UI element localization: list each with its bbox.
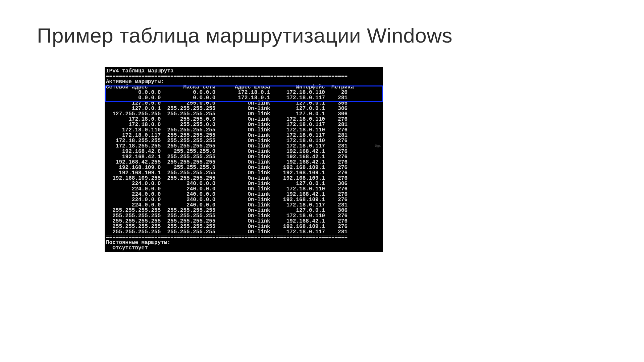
separator-line: ========================================… [106,235,381,240]
slide: Пример таблица маршрутизации Windows IPv… [0,0,644,362]
table-row: 172.18.0.117 255.255.255.255 On-link 172… [106,133,381,138]
table-row: 0.0.0.0 0.0.0.0 172.18.0.1 172.18.0.117 … [106,95,381,101]
table-row: 255.255.255.255 255.255.255.255 On-link … [106,229,381,235]
terminal-heading: IPv4 таблица маршрута [106,68,381,74]
table-row: 172.18.255.255 255.255.255.255 On-link 1… [106,143,381,149]
table-row: 172.18.255.255 255.255.255.255 On-link 1… [106,138,381,143]
persistent-routes-label: Постоянные маршруты: [106,240,381,245]
table-row: 192.168.109.1 255.255.255.255 On-link 19… [106,170,381,176]
table-row: 224.0.0.0 240.0.0.0 On-link 192.168.109.… [106,197,381,202]
table-row: 255.255.255.255 255.255.255.255 On-link … [106,224,381,229]
table-row: 192.168.42.255 255.255.255.255 On-link 1… [106,160,381,165]
table-row: 127.0.0.1 255.255.255.255 On-link 127.0.… [106,106,381,111]
table-row: 192.168.109.0 255.255.255.0 On-link 192.… [106,165,381,170]
table-row: 255.255.255.255 255.255.255.255 On-link … [106,213,381,219]
table-row: 127.255.255.255 255.255.255.255 On-link … [106,111,381,117]
table-row: 224.0.0.0 240.0.0.0 On-link 127.0.0.1 30… [106,181,381,186]
table-row: 192.168.109.255 255.255.255.255 On-link … [106,176,381,181]
page-title: Пример таблица маршрутизации Windows [37,23,452,47]
terminal-window: IPv4 таблица маршрута===================… [105,67,383,252]
separator-line: ========================================… [106,74,381,79]
table-row: 172.18.0.0 255.255.0.0 On-link 172.18.0.… [106,122,381,127]
table-row: 224.0.0.0 240.0.0.0 On-link 172.18.0.110… [106,186,381,192]
table-row: 172.18.0.0 255.255.0.0 On-link 172.18.0.… [106,117,381,122]
table-row: 0.0.0.0 0.0.0.0 172.18.0.1 172.18.0.110 … [106,90,381,95]
table-row: 192.168.42.0 255.255.255.0 On-link 192.1… [106,149,381,154]
persistent-routes-value: Отсутствует [106,245,381,251]
table-row: 127.0.0.0 255.0.0.0 On-link 127.0.0.1 30… [106,101,381,106]
column-header: Сетевой адрес Маска сети Адрес шлюза Инт… [106,84,381,90]
table-row: 224.0.0.0 240.0.0.0 On-link 172.18.0.117… [106,202,381,208]
table-row: 192.168.42.1 255.255.255.255 On-link 192… [106,154,381,160]
table-row: 224.0.0.0 240.0.0.0 On-link 192.168.42.1… [106,192,381,197]
table-row: 172.18.0.110 255.255.255.255 On-link 172… [106,127,381,133]
table-row: 255.255.255.255 255.255.255.255 On-link … [106,208,381,213]
table-row: 255.255.255.255 255.255.255.255 On-link … [106,219,381,224]
active-routes-label: Активные маршруты: [106,79,381,84]
